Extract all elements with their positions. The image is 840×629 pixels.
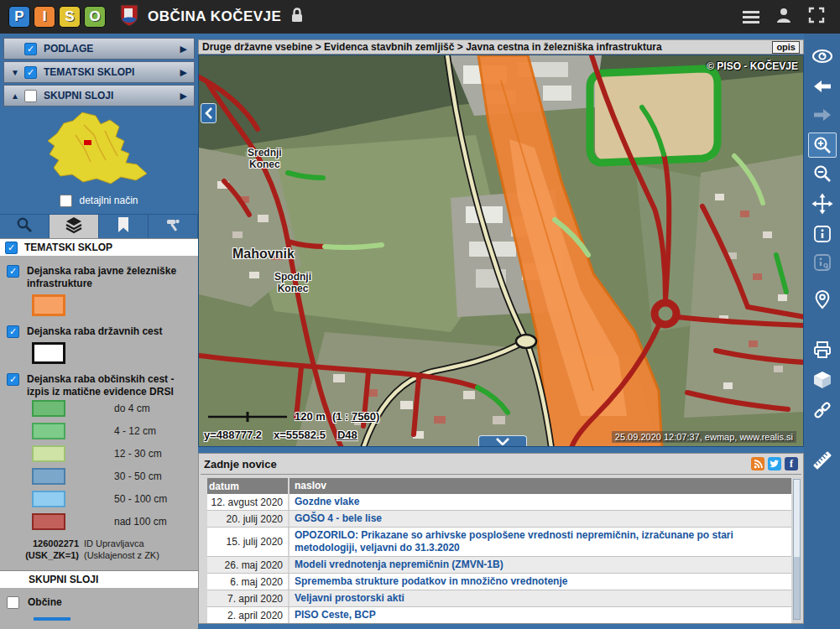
state-roads-checkbox[interactable]: ✓ <box>7 325 19 338</box>
municipality-shape <box>48 112 147 184</box>
layer-railway: ✓ Dejanska raba javne železniške infrast… <box>0 261 198 292</box>
news-date: 7. april 2020 <box>207 590 290 606</box>
tab-bookmarks[interactable] <box>99 215 149 238</box>
expand-right-icon[interactable]: ▶ <box>180 91 187 101</box>
news-date: 20. julij 2020 <box>207 511 290 527</box>
shared-layers-panel: Občine Katastrske občine k.o. IME <box>0 588 198 629</box>
class-label: 50 - 100 cm <box>114 493 167 505</box>
news-row: 7. april 2020 Veljavni prostorski akti <box>207 590 791 607</box>
history-forward-button[interactable] <box>808 102 837 127</box>
history-back-button[interactable] <box>808 74 837 99</box>
news-table: datum naslov 12. avgust 2020 Gozdne vlak… <box>207 478 791 624</box>
news-link[interactable]: OPOZORILO: Prikazane so arhivske posploš… <box>290 528 791 556</box>
section-label: PODLAGE <box>44 43 180 55</box>
profile-3d-button[interactable] <box>808 367 837 392</box>
class-swatch <box>32 491 65 507</box>
skupni-checkbox[interactable] <box>24 90 37 102</box>
group-header-tematski: ✓ TEMATSKI SKLOP <box>0 238 198 256</box>
class-label: 12 - 30 cm <box>114 448 162 460</box>
municipality-coat-of-arms <box>119 3 139 30</box>
class-label: 4 - 12 cm <box>114 425 156 437</box>
news-row: 6. maj 2020 Sprememba strukture podatkov… <box>207 574 791 590</box>
news-link[interactable]: Gozdne vlake <box>290 494 791 510</box>
map-toolbar <box>804 34 840 629</box>
news-link[interactable]: PISO Ceste, BCP <box>290 607 791 623</box>
expand-right-icon[interactable]: ▶ <box>180 67 187 78</box>
scale-ratio-value[interactable]: 7560 <box>352 410 376 423</box>
legend-class-row: 30 - 50 cm <box>0 468 198 485</box>
rss-icon[interactable] <box>751 457 764 470</box>
visibility-eye-button[interactable] <box>808 44 837 69</box>
zoom-in-button[interactable] <box>808 133 837 158</box>
measure-ruler-button[interactable] <box>808 448 837 473</box>
map-viewport[interactable]: © PISO - KOČEVJE SrednjiKonec Mahovnik S… <box>198 55 804 447</box>
overview-map[interactable] <box>0 110 198 190</box>
tab-tools[interactable] <box>149 215 198 238</box>
manager-description: ID Upravljavca (Usklajenost z ZK) <box>84 538 191 562</box>
news-collapse-button[interactable] <box>478 435 527 446</box>
column-header-title: naslov <box>290 478 791 494</box>
news-scrollbar[interactable] <box>793 479 801 620</box>
group-header-skupni: SKUPNI SLOJI <box>0 570 198 588</box>
municipal-checkbox[interactable]: ✓ <box>7 373 19 386</box>
share-link-button[interactable] <box>808 398 837 423</box>
legend-class-row: 4 - 12 cm <box>0 423 198 439</box>
collapse-down-icon[interactable]: ▼ <box>11 68 24 77</box>
group-checkbox[interactable]: ✓ <box>5 242 18 254</box>
expand-right-icon[interactable]: ▶ <box>180 44 187 55</box>
tab-search[interactable] <box>0 215 50 238</box>
news-date: 6. maj 2020 <box>207 574 290 590</box>
map-copyright: © PISO - KOČEVJE <box>707 60 798 72</box>
state-roads-swatch <box>32 342 65 364</box>
identify-group-button[interactable] <box>808 250 837 275</box>
logo-tile-s: S <box>59 6 81 28</box>
news-link[interactable]: Sprememba strukture podatkov in množično… <box>290 574 791 590</box>
class-swatch <box>32 423 65 439</box>
detail-mode-checkbox[interactable] <box>60 195 72 207</box>
news-table-header: datum naslov <box>207 478 791 494</box>
scale-ratio: (1 : 7560) <box>332 410 379 423</box>
section-skupni-sloji[interactable]: ▲ SKUPNI SLOJI ▶ <box>3 85 195 107</box>
sidebar-collapse-button[interactable] <box>201 103 217 123</box>
zoom-out-button[interactable] <box>808 161 837 186</box>
tab-layers[interactable] <box>50 215 99 238</box>
layer-obcine: Občine <box>0 595 198 611</box>
news-scrollbar-thumb[interactable] <box>794 480 800 557</box>
group-title: TEMATSKI SKLOP <box>24 242 112 253</box>
facebook-icon[interactable]: f <box>785 457 798 470</box>
collapse-up-icon[interactable]: ▲ <box>11 91 24 101</box>
legend-class-row: nad 100 cm <box>0 513 198 530</box>
scalebar-graphic <box>207 412 288 422</box>
section-tematski-sklopi[interactable]: ▼ ✓ TEMATSKI SKLOPI ▶ <box>3 61 195 83</box>
news-date: 2. april 2020 <box>207 607 290 623</box>
logo-tile-p: P <box>8 6 30 28</box>
class-swatch <box>32 400 65 417</box>
datum-link[interactable]: D48 <box>337 429 357 441</box>
identify-info-button[interactable] <box>808 221 837 247</box>
pan-button[interactable] <box>808 191 837 216</box>
news-link[interactable]: Modeli vrednotenja nepremičnin (ZMVN-1B) <box>290 557 791 573</box>
twitter-icon[interactable] <box>768 457 781 470</box>
podlage-checkbox[interactable]: ✓ <box>24 43 37 55</box>
section-podlage[interactable]: ✓ PODLAGE ▶ <box>3 38 195 60</box>
lock-icon <box>290 7 305 27</box>
locate-pin-button[interactable] <box>808 287 837 312</box>
piso-logo[interactable]: P I S O <box>8 6 106 28</box>
news-link[interactable]: GOŠO 4 - bele lise <box>290 511 791 527</box>
fullscreen-icon[interactable] <box>808 7 825 27</box>
news-link[interactable]: Veljavni prostorski akti <box>290 590 791 606</box>
news-row: 26. maj 2020 Modeli vrednotenja nepremič… <box>207 557 791 574</box>
place-label-srednji-konec: SrednjiKonec <box>248 148 282 171</box>
menu-icon[interactable] <box>743 8 759 26</box>
obcine-checkbox[interactable] <box>7 596 19 609</box>
user-icon[interactable] <box>775 6 793 28</box>
layer-state-roads: ✓ Dejanska raba državnih cest <box>0 321 198 340</box>
logo-tile-i: I <box>34 6 55 28</box>
tools-icon <box>164 216 181 237</box>
coord-y: y=488777.2 <box>204 429 262 441</box>
class-label: do 4 cm <box>114 403 150 414</box>
opis-button[interactable]: opis <box>772 41 800 54</box>
tematski-checkbox[interactable]: ✓ <box>24 66 37 79</box>
print-button[interactable] <box>808 337 837 362</box>
railway-checkbox[interactable]: ✓ <box>7 265 19 278</box>
